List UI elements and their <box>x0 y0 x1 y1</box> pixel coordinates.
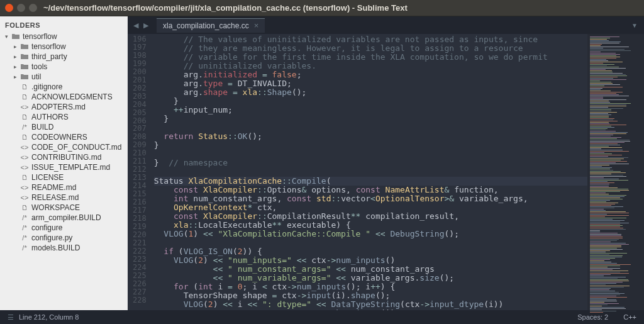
tree-item-label: ADOPTERS.md <box>31 103 86 111</box>
folder-item[interactable]: ▸tensorflow <box>0 42 128 52</box>
tree-item-label: tensorflow <box>31 42 66 51</box>
tab-history-forward-icon[interactable]: ▶ <box>142 21 150 30</box>
tree-item-label: ISSUE_TEMPLATE.md <box>31 163 110 172</box>
file-icon: 🗋 <box>20 83 29 91</box>
file-icon: 🗋 <box>20 133 29 141</box>
statusbar: ☰ Line 212, Column 8 Spaces: 2 C++ <box>0 310 644 324</box>
folder-item[interactable]: ▾tensorflow <box>0 31 128 42</box>
file-item[interactable]: 🗋LICENSE <box>0 172 128 182</box>
window-maximize-button[interactable] <box>29 4 37 12</box>
titlebar: ~/dev/tensorflow/tensorflow/compiler/jit… <box>0 0 644 16</box>
sidebar[interactable]: FOLDERS ▾tensorflow▸tensorflow▸third_par… <box>0 16 128 310</box>
folder-tree: ▾tensorflow▸tensorflow▸third_party▸tools… <box>0 31 128 253</box>
file-icon: /* <box>20 224 29 232</box>
disclosure-icon[interactable]: ▸ <box>14 74 20 80</box>
disclosure-icon[interactable]: ▸ <box>14 43 20 50</box>
folder-icon <box>20 43 29 50</box>
file-icon: <> <box>20 184 29 191</box>
file-item[interactable]: <>ADOPTERS.md <box>0 102 128 112</box>
disclosure-icon[interactable]: ▸ <box>14 53 20 60</box>
file-item[interactable]: /*arm_compiler.BUILD <box>0 213 128 223</box>
tree-item-label: BUILD <box>31 123 53 131</box>
file-icon: /* <box>20 234 29 242</box>
code-editor[interactable]: // The values of uninitialized variables… <box>154 34 587 310</box>
tree-item-label: models.BUILD <box>31 243 80 252</box>
file-item[interactable]: /*configure.py <box>0 233 128 243</box>
file-item[interactable]: /*models.BUILD <box>0 243 128 253</box>
file-item[interactable]: /*BUILD <box>0 122 128 132</box>
tabbar-dropdown-icon[interactable]: ▼ <box>625 22 644 29</box>
file-icon: <> <box>20 194 29 201</box>
status-spaces[interactable]: Spaces: 2 <box>577 313 608 321</box>
window-minimize-button[interactable] <box>17 4 25 12</box>
tab-close-icon[interactable]: × <box>254 21 259 30</box>
file-icon: 🗋 <box>20 204 29 211</box>
tree-item-label: .gitignore <box>31 82 62 91</box>
tree-item-label: WORKSPACE <box>31 203 80 212</box>
folder-item[interactable]: ▸third_party <box>0 52 128 62</box>
file-icon: /* <box>20 244 29 252</box>
tree-item-label: RELEASE.md <box>31 193 79 202</box>
tab-label: xla_compilation_cache.cc <box>163 21 249 30</box>
tree-item-label: CODE_OF_CONDUCT.md <box>31 143 121 152</box>
file-icon: 🗋 <box>20 113 29 121</box>
file-icon: <> <box>20 164 29 171</box>
tree-item-label: arm_compiler.BUILD <box>31 213 101 222</box>
file-icon: <> <box>20 103 29 111</box>
file-item[interactable]: <>RELEASE.md <box>0 193 128 203</box>
tree-item-label: third_party <box>31 52 67 61</box>
sidebar-header: FOLDERS <box>0 20 128 31</box>
tree-item-label: tools <box>31 62 47 71</box>
minimap[interactable] <box>587 34 644 310</box>
tab-active[interactable]: xla_compilation_cache.cc × <box>157 18 265 33</box>
file-item[interactable]: 🗋CODEOWNERS <box>0 132 128 142</box>
file-item[interactable]: 🗋AUTHORS <box>0 112 128 122</box>
file-item[interactable]: 🗋ACKNOWLEDGMENTS <box>0 92 128 102</box>
disclosure-icon[interactable]: ▸ <box>14 64 20 70</box>
file-icon: <> <box>20 143 29 151</box>
tabbar: ◀ ▶ xla_compilation_cache.cc × ▼ <box>128 16 644 34</box>
status-cursor: Line 212, Column 8 <box>19 313 79 321</box>
window-title: ~/dev/tensorflow/tensorflow/compiler/jit… <box>43 3 408 13</box>
file-item[interactable]: /*configure <box>0 223 128 233</box>
window-controls <box>5 4 37 12</box>
folder-icon <box>20 64 29 70</box>
folder-item[interactable]: ▸util <box>0 72 128 82</box>
tree-item-label: ACKNOWLEDGMENTS <box>31 92 113 101</box>
tree-item-label: README.md <box>31 183 76 192</box>
file-item[interactable]: <>README.md <box>0 182 128 193</box>
tree-item-label: configure.py <box>31 233 72 242</box>
file-item[interactable]: 🗋WORKSPACE <box>0 203 128 213</box>
file-item[interactable]: <>CONTRIBUTING.md <box>0 152 128 162</box>
tree-item-label: LICENSE <box>31 173 64 182</box>
folder-icon <box>20 53 29 60</box>
folder-item[interactable]: ▸tools <box>0 62 128 72</box>
file-item[interactable]: <>ISSUE_TEMPLATE.md <box>0 162 128 172</box>
status-menu-icon[interactable]: ☰ <box>8 313 14 321</box>
window-close-button[interactable] <box>5 4 13 12</box>
file-icon: 🗋 <box>20 93 29 101</box>
file-item[interactable]: 🗋.gitignore <box>0 82 128 92</box>
file-item[interactable]: <>CODE_OF_CONDUCT.md <box>0 142 128 152</box>
tree-item-label: AUTHORS <box>31 113 69 121</box>
tree-item-label: tensorflow <box>23 32 57 41</box>
file-icon: /* <box>20 214 29 221</box>
tree-item-label: CONTRIBUTING.md <box>31 153 101 162</box>
folder-icon <box>11 33 20 40</box>
file-icon: /* <box>20 123 29 131</box>
file-icon: 🗋 <box>20 174 29 181</box>
file-icon: <> <box>20 154 29 161</box>
gutter: 1961971981992002012022032042052062072082… <box>128 34 154 310</box>
tab-history-back-icon[interactable]: ◀ <box>131 21 140 30</box>
folder-icon <box>20 74 29 80</box>
status-syntax[interactable]: C++ <box>623 313 636 321</box>
tree-item-label: CODEOWNERS <box>31 133 87 142</box>
tree-item-label: configure <box>31 223 62 232</box>
disclosure-icon[interactable]: ▾ <box>5 33 11 40</box>
tree-item-label: util <box>31 72 41 81</box>
